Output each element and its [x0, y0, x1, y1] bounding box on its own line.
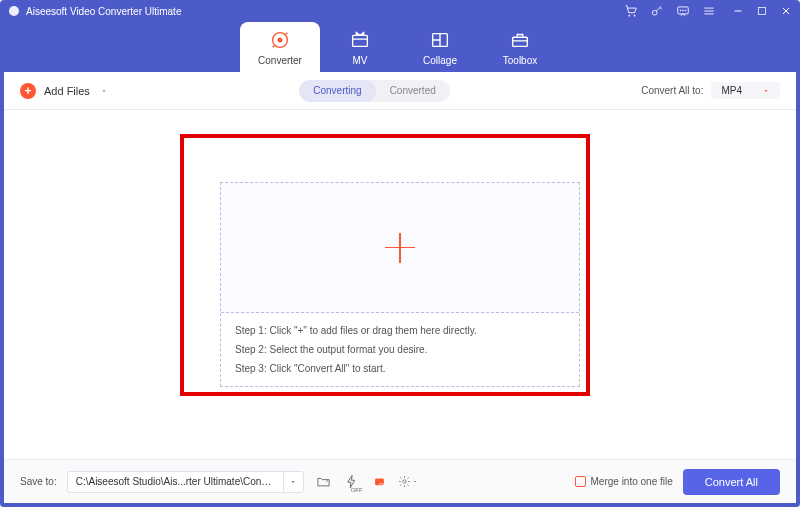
- close-icon[interactable]: [780, 5, 792, 17]
- steps-help: Step 1: Click "+" to add files or drag t…: [221, 313, 579, 386]
- convert-all-to-label: Convert All to:: [641, 85, 703, 96]
- save-path-dropdown[interactable]: C:\Aiseesoft Studio\Ais...rter Ultimate\…: [67, 471, 304, 493]
- titlebar: Aiseesoft Video Converter Ultimate: [0, 0, 800, 22]
- settings-icon[interactable]: [398, 472, 418, 492]
- footer-bar: Save to: C:\Aiseesoft Studio\Ais...rter …: [4, 459, 796, 503]
- app-logo: Aiseesoft Video Converter Ultimate: [8, 5, 181, 17]
- tab-label: Collage: [423, 55, 457, 66]
- menu-icon[interactable]: [702, 4, 716, 18]
- chevron-down-icon: [100, 87, 108, 95]
- drop-target[interactable]: [221, 183, 579, 313]
- add-plus-icon: [385, 233, 415, 263]
- dropzone: Step 1: Click "+" to add files or drag t…: [220, 182, 580, 387]
- format-dropdown[interactable]: MP4: [711, 82, 780, 99]
- convert-all-button[interactable]: Convert All: [683, 469, 780, 495]
- format-value: MP4: [721, 85, 742, 96]
- open-folder-icon[interactable]: [314, 472, 334, 492]
- svg-point-0: [9, 6, 19, 16]
- titlebar-controls: [624, 4, 792, 18]
- svg-point-6: [683, 10, 684, 11]
- seg-converting[interactable]: Converting: [299, 80, 375, 102]
- add-files-label: Add Files: [44, 85, 90, 97]
- chevron-down-icon[interactable]: [283, 472, 303, 492]
- step-3: Step 3: Click "Convert All" to start.: [235, 363, 565, 374]
- footer-tools: OFF ON: [314, 472, 418, 492]
- svg-point-10: [278, 38, 282, 42]
- main-tabs: Converter MV Collage Toolbox: [0, 22, 800, 72]
- convert-all-to-group: Convert All to: MP4: [641, 82, 780, 99]
- hw-accel-icon[interactable]: OFF: [342, 472, 362, 492]
- maximize-icon[interactable]: [756, 5, 768, 17]
- app-window: Aiseesoft Video Converter Ultimate: [0, 0, 800, 507]
- svg-rect-8: [759, 8, 766, 15]
- step-1: Step 1: Click "+" to add files or drag t…: [235, 325, 565, 336]
- tab-collage[interactable]: Collage: [400, 22, 480, 72]
- merge-checkbox[interactable]: Merge into one file: [575, 476, 673, 487]
- status-segment: Converting Converted: [299, 80, 450, 102]
- chevron-down-icon: [762, 87, 770, 95]
- app-logo-icon: [8, 5, 20, 17]
- plus-icon: +: [20, 83, 36, 99]
- tab-label: Converter: [258, 55, 302, 66]
- save-to-label: Save to:: [20, 476, 57, 487]
- svg-rect-13: [513, 37, 528, 46]
- mv-icon: [349, 29, 371, 51]
- minimize-icon[interactable]: [732, 5, 744, 17]
- tab-label: Toolbox: [503, 55, 537, 66]
- tab-label: MV: [353, 55, 368, 66]
- seg-converted[interactable]: Converted: [376, 80, 450, 102]
- save-path-value: C:\Aiseesoft Studio\Ais...rter Ultimate\…: [68, 476, 283, 487]
- content-area: + Add Files Converting Converted Convert…: [4, 72, 796, 503]
- sub-toolbar: + Add Files Converting Converted Convert…: [4, 72, 796, 110]
- converter-icon: [269, 29, 291, 51]
- collage-icon: [429, 29, 451, 51]
- add-files-button[interactable]: + Add Files: [20, 83, 108, 99]
- svg-point-15: [403, 480, 406, 483]
- main-canvas: Step 1: Click "+" to add files or drag t…: [4, 110, 796, 459]
- svg-point-3: [652, 10, 657, 15]
- tab-toolbox[interactable]: Toolbox: [480, 22, 560, 72]
- tab-converter[interactable]: Converter: [240, 22, 320, 72]
- tab-mv[interactable]: MV: [320, 22, 400, 72]
- svg-point-7: [685, 10, 686, 11]
- step-2: Step 2: Select the output format you des…: [235, 344, 565, 355]
- gpu-accel-icon[interactable]: ON: [370, 472, 390, 492]
- key-icon[interactable]: [650, 4, 664, 18]
- toolbox-icon: [509, 29, 531, 51]
- svg-point-5: [680, 10, 681, 11]
- app-title: Aiseesoft Video Converter Ultimate: [26, 6, 181, 17]
- svg-rect-11: [353, 35, 368, 46]
- merge-label: Merge into one file: [591, 476, 673, 487]
- feedback-icon[interactable]: [676, 4, 690, 18]
- svg-point-2: [634, 15, 635, 16]
- checkbox-icon: [575, 476, 586, 487]
- cart-icon[interactable]: [624, 4, 638, 18]
- svg-point-1: [629, 15, 630, 16]
